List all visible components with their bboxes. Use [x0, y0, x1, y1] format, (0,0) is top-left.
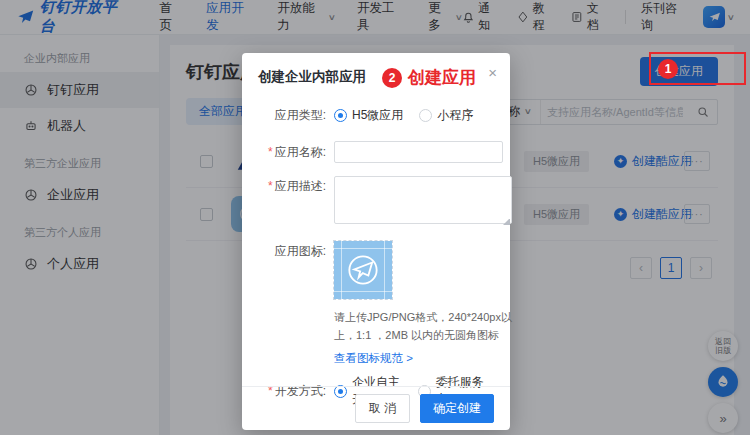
app-type-label: 应用类型:: [258, 105, 334, 125]
radio-selected-icon: [334, 109, 347, 122]
radio-unselected-icon: [419, 109, 432, 122]
app-desc-textarea[interactable]: [334, 176, 512, 224]
step-1-badge: 1: [658, 59, 678, 79]
icon-upload-hint: 请上传JPG/PNG格式，240*240px以上，1:1 ，2MB 以内的无圆角…: [334, 308, 514, 344]
confirm-create-button[interactable]: 确定创建: [420, 394, 494, 423]
modal-footer: 取 消 确定创建: [242, 386, 510, 430]
modal-title: 创建企业内部应用: [258, 66, 366, 88]
dingtalk-wing-placeholder-icon: [343, 250, 383, 290]
app-icon-label: 应用图标:: [258, 241, 334, 261]
annotation-step-1: 1: [658, 59, 678, 79]
annotation-step-2: 2 创建应用: [382, 66, 476, 89]
close-icon[interactable]: ×: [488, 64, 497, 81]
radio-h5-microapp[interactable]: H5微应用: [334, 107, 403, 124]
step-2-badge: 2: [382, 68, 402, 88]
app-desc-label: *应用描述:: [258, 176, 334, 196]
app-type-radio-group: H5微应用 小程序: [334, 105, 473, 125]
icon-spec-link[interactable]: 查看图标规范 >: [334, 351, 413, 366]
app-name-label: *应用名称:: [258, 142, 334, 162]
required-mark: *: [268, 145, 273, 159]
app-icon-upload[interactable]: [334, 241, 392, 299]
required-mark: *: [268, 179, 273, 193]
radio-miniprogram[interactable]: 小程序: [419, 107, 473, 124]
app-name-input[interactable]: [334, 141, 503, 163]
create-app-modal: 创建企业内部应用 2 创建应用 × 应用类型: H5微应用 小程序: [242, 53, 510, 430]
step-2-label: 创建应用: [408, 66, 476, 89]
cancel-button[interactable]: 取 消: [355, 394, 410, 423]
screen: 钉钉开放平台 首页 应用开发 开放能力∨ 开发工具 更多∨ 通知 教程 文档 乐…: [0, 0, 750, 435]
